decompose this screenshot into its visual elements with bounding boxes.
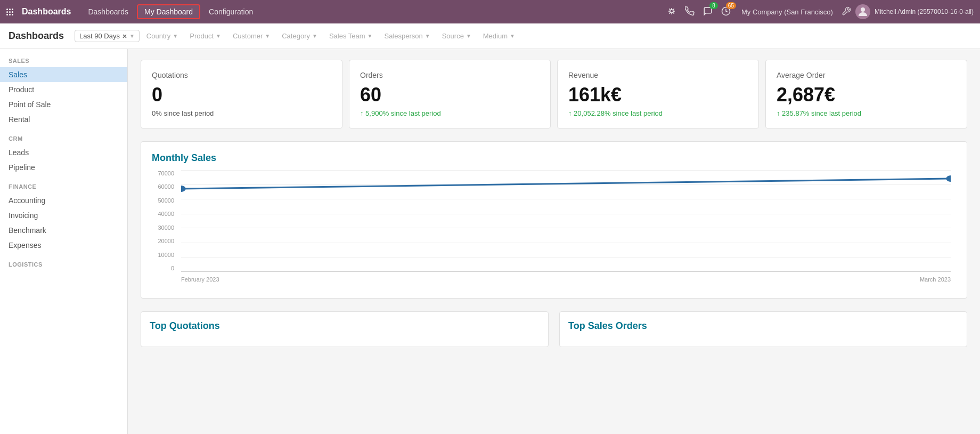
sidebar-section-sales: SALES	[0, 49, 127, 67]
filter-category[interactable]: Category ▼	[277, 30, 322, 42]
activity-badge: 65	[726, 2, 736, 9]
filter-bar: Dashboards Last 90 Days ▼ Country ▼ Prod…	[0, 23, 980, 49]
user-name: Mitchell Admin (25570010-16-0-all)	[875, 8, 974, 15]
chat-badge: 8	[709, 2, 718, 9]
sidebar-item-leads[interactable]: Leads	[0, 145, 127, 160]
filter-product[interactable]: Product ▼	[185, 30, 226, 42]
kpi-orders-label: Orders	[360, 71, 540, 79]
kpi-quotations-change: 0% since last period	[152, 109, 331, 117]
kpi-avg-order-value: 2,687€	[777, 84, 956, 106]
y-axis-labels: 70000 60000 50000 40000 30000 20000 1000…	[152, 170, 178, 271]
sidebar: SALES Sales Product Point of Sale Rental…	[0, 49, 128, 434]
sidebar-item-accounting[interactable]: Accounting	[0, 193, 127, 208]
sidebar-item-product[interactable]: Product	[0, 82, 127, 97]
top-navigation: Dashboards Dashboards My Dashboard Confi…	[0, 0, 980, 23]
nav-icons: 8 65 My Company (San Francisco) Mitchell…	[665, 4, 974, 20]
x-label-feb: February 2023	[181, 276, 219, 283]
kpi-orders-change: ↑ 5,900% since last period	[360, 109, 540, 117]
tools-icon[interactable]	[842, 6, 851, 18]
chevron-down-icon: ▼	[312, 33, 317, 39]
line-chart-svg	[181, 170, 951, 271]
chevron-down-icon: ▼	[129, 33, 135, 39]
y-label-30000: 30000	[158, 224, 174, 231]
filter-country[interactable]: Country ▼	[142, 30, 183, 42]
kpi-avg-order-label: Average Order	[777, 71, 956, 79]
y-label-50000: 50000	[158, 197, 174, 204]
bottom-row: Top Quotations Top Sales Orders	[141, 311, 967, 347]
chat-icon-btn[interactable]: 8	[701, 4, 715, 20]
svg-point-3	[181, 186, 186, 192]
kpi-card-orders: Orders 60 ↑ 5,900% since last period	[349, 60, 551, 128]
top-quotations-section: Top Quotations	[141, 311, 549, 347]
y-label-40000: 40000	[158, 211, 174, 217]
svg-point-0	[670, 10, 673, 13]
chevron-down-icon: ▼	[466, 33, 471, 39]
filter-customer[interactable]: Customer ▼	[228, 30, 275, 42]
top-sales-orders-title: Top Sales Orders	[568, 320, 958, 332]
chevron-down-icon: ▼	[265, 33, 270, 39]
x-label-mar: March 2023	[920, 276, 951, 283]
y-label-70000: 70000	[158, 170, 174, 176]
svg-point-2	[861, 7, 865, 12]
kpi-revenue-value: 161k€	[568, 84, 748, 106]
top-quotations-title: Top Quotations	[150, 320, 540, 332]
chevron-down-icon: ▼	[368, 33, 373, 39]
top-sales-orders-section: Top Sales Orders	[559, 311, 967, 347]
svg-point-4	[946, 175, 951, 182]
filter-medium[interactable]: Medium ▼	[478, 30, 520, 42]
filter-salesperson[interactable]: Salesperson ▼	[379, 30, 435, 42]
kpi-row: Quotations 0 0% since last period Orders…	[141, 60, 967, 128]
monthly-sales-title: Monthly Sales	[152, 152, 956, 164]
filter-source[interactable]: Source ▼	[437, 30, 476, 42]
y-label-20000: 20000	[158, 238, 174, 244]
kpi-quotations-label: Quotations	[152, 71, 331, 79]
y-label-10000: 10000	[158, 252, 174, 258]
chevron-down-icon: ▼	[216, 33, 221, 39]
chevron-down-icon: ▼	[173, 33, 178, 39]
nav-item-dashboards[interactable]: Dashboards	[81, 5, 135, 18]
kpi-revenue-label: Revenue	[568, 71, 748, 79]
nav-item-my-dashboard[interactable]: My Dashboard	[137, 4, 200, 19]
sidebar-section-finance: FINANCE	[0, 175, 127, 193]
kpi-card-average-order: Average Order 2,687€ ↑ 235.87% since las…	[765, 60, 967, 128]
filter-sales-team[interactable]: Sales Team ▼	[324, 30, 378, 42]
company-name: My Company (San Francisco)	[741, 8, 833, 16]
y-label-60000: 60000	[158, 183, 174, 190]
nav-brand: Dashboards	[22, 7, 71, 17]
activity-icon-btn[interactable]: 65	[719, 4, 733, 20]
filter-last90days[interactable]: Last 90 Days ▼	[75, 30, 140, 42]
sidebar-item-rental[interactable]: Rental	[0, 112, 127, 127]
y-label-0: 0	[171, 265, 174, 271]
kpi-card-quotations: Quotations 0 0% since last period	[141, 60, 342, 128]
app-body: SALES Sales Product Point of Sale Rental…	[0, 49, 980, 434]
kpi-card-revenue: Revenue 161k€ ↑ 20,052.28% since last pe…	[557, 60, 759, 128]
chevron-down-icon: ▼	[510, 33, 515, 39]
kpi-orders-value: 60	[360, 84, 540, 106]
monthly-sales-container: Monthly Sales 70000 60000 50000 40000 30…	[141, 141, 967, 299]
main-content: Quotations 0 0% since last period Orders…	[128, 49, 980, 434]
sidebar-item-benchmark[interactable]: Benchmark	[0, 223, 127, 238]
sidebar-item-invoicing[interactable]: Invoicing	[0, 208, 127, 223]
sidebar-section-logistics: LOGISTICS	[0, 253, 127, 271]
sidebar-item-sales[interactable]: Sales	[0, 67, 127, 82]
user-avatar[interactable]	[855, 4, 870, 19]
sidebar-section-crm: CRM	[0, 127, 127, 145]
sidebar-item-expenses[interactable]: Expenses	[0, 238, 127, 253]
sidebar-item-point-of-sale[interactable]: Point of Sale	[0, 97, 127, 112]
phone-icon-btn[interactable]	[683, 4, 697, 20]
bug-icon-btn[interactable]	[665, 4, 679, 20]
x-axis-labels: February 2023 March 2023	[181, 271, 951, 287]
chart-plot-area	[181, 170, 951, 271]
sidebar-item-pipeline[interactable]: Pipeline	[0, 160, 127, 175]
kpi-avg-order-change: ↑ 235.87% since last period	[777, 109, 956, 117]
kpi-revenue-change: ↑ 20,052.28% since last period	[568, 109, 748, 117]
nav-item-configuration[interactable]: Configuration	[202, 5, 259, 18]
kpi-quotations-value: 0	[152, 84, 331, 106]
monthly-sales-chart: 70000 60000 50000 40000 30000 20000 1000…	[152, 170, 956, 287]
app-grid-icon[interactable]	[6, 9, 13, 15]
chevron-down-icon: ▼	[425, 33, 430, 39]
page-title: Dashboards	[9, 30, 64, 42]
